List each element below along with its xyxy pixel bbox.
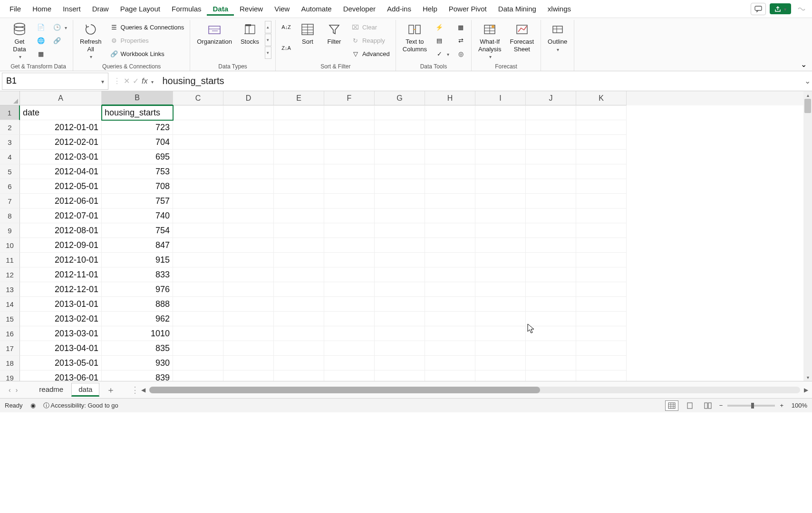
cell-K9[interactable] [576,223,627,238]
menu-page-layout[interactable]: Page Layout [115,2,166,16]
cell-H5[interactable] [425,164,475,179]
scroll-up-icon[interactable]: ▴ [265,21,271,33]
cell-H12[interactable] [425,267,475,282]
cell-B11[interactable]: 915 [102,253,173,267]
cell-K15[interactable] [576,312,627,326]
cell-E1[interactable] [274,105,324,120]
cell-J10[interactable] [526,238,576,253]
cell-C1[interactable] [173,105,223,120]
cell-A18[interactable]: 2013-05-01 [20,356,102,370]
what-if-analysis-button[interactable]: What-If Analysis [475,21,504,61]
cell-K18[interactable] [576,356,627,370]
row-header-15[interactable]: 15 [0,312,20,326]
cell-C8[interactable] [173,209,223,223]
cell-F18[interactable] [324,356,375,370]
row-header-8[interactable]: 8 [0,209,20,223]
cell-D15[interactable] [223,312,274,326]
row-header-16[interactable]: 16 [0,326,20,341]
cell-E13[interactable] [274,282,324,297]
cell-C4[interactable] [173,150,223,164]
row-header-17[interactable]: 17 [0,341,20,356]
zoom-in-button[interactable]: + [780,402,783,409]
column-header-F[interactable]: F [324,91,375,105]
cell-A13[interactable]: 2012-12-01 [20,282,102,297]
column-header-J[interactable]: J [526,91,576,105]
refresh-all-button[interactable]: Refresh All [77,21,105,61]
comments-button[interactable] [751,3,766,15]
cell-A7[interactable]: 2012-06-01 [20,194,102,209]
cell-K4[interactable] [576,150,627,164]
sheet-nav-prev-button[interactable]: ‹ [9,386,11,394]
cell-H17[interactable] [425,341,475,356]
menu-data[interactable]: Data [207,2,234,16]
existing-connections-button[interactable]: 🔗 [50,34,69,47]
cell-C14[interactable] [173,297,223,312]
cell-C3[interactable] [173,135,223,150]
cell-I1[interactable] [475,105,526,120]
cell-I8[interactable] [475,209,526,223]
scroll-left-icon[interactable]: ◀ [141,387,145,393]
row-header-9[interactable]: 9 [0,223,20,238]
cell-F7[interactable] [324,194,375,209]
cell-E14[interactable] [274,297,324,312]
scroll-down-icon[interactable]: ▾ [265,34,271,46]
cell-F12[interactable] [324,267,375,282]
cell-F10[interactable] [324,238,375,253]
cell-K16[interactable] [576,326,627,341]
cell-E12[interactable] [274,267,324,282]
cell-I14[interactable] [475,297,526,312]
cell-E16[interactable] [274,326,324,341]
cell-G18[interactable] [375,356,425,370]
cell-D14[interactable] [223,297,274,312]
row-header-4[interactable]: 4 [0,150,20,164]
cell-D19[interactable] [223,370,274,381]
cell-G6[interactable] [375,179,425,194]
cell-C6[interactable] [173,179,223,194]
sheet-nav-next-button[interactable]: › [16,386,18,394]
cell-D9[interactable] [223,223,274,238]
cell-B19[interactable]: 839 [102,370,173,381]
row-header-12[interactable]: 12 [0,267,20,282]
cell-G11[interactable] [375,253,425,267]
queries-connections-button[interactable]: ☰Queries & Connections [107,21,186,33]
cell-A3[interactable]: 2012-02-01 [20,135,102,150]
cell-F3[interactable] [324,135,375,150]
cell-C12[interactable] [173,267,223,282]
cell-E3[interactable] [274,135,324,150]
cell-G4[interactable] [375,150,425,164]
get-data-button[interactable]: Get Data [8,21,31,61]
cell-A11[interactable]: 2012-10-01 [20,253,102,267]
organization-button[interactable]: Organization [194,21,235,47]
cell-B7[interactable]: 757 [102,194,173,209]
cell-F16[interactable] [324,326,375,341]
cell-H6[interactable] [425,179,475,194]
cell-G3[interactable] [375,135,425,150]
cell-B12[interactable]: 833 [102,267,173,282]
cell-I19[interactable] [475,370,526,381]
relationships-button[interactable]: ⇄ [454,34,467,47]
cell-H18[interactable] [425,356,475,370]
accessibility-status[interactable]: ⓘ Accessibility: Good to go [43,401,118,410]
cell-H9[interactable] [425,223,475,238]
cell-D13[interactable] [223,282,274,297]
cell-D10[interactable] [223,238,274,253]
zoom-out-button[interactable]: − [719,402,723,409]
cell-J4[interactable] [526,150,576,164]
menu-help[interactable]: Help [417,2,443,16]
scroll-down-icon[interactable]: ▾ [803,373,812,381]
menu-addins[interactable]: Add-ins [381,2,417,16]
cell-A5[interactable]: 2012-04-01 [20,164,102,179]
cell-K1[interactable] [576,105,627,120]
cell-C5[interactable] [173,164,223,179]
cell-I18[interactable] [475,356,526,370]
cell-K3[interactable] [576,135,627,150]
formula-input[interactable]: housing_starts [158,76,802,86]
collapse-ribbon-button[interactable]: ⌄ [799,59,808,69]
workbook-links-button[interactable]: 🔗Workbook Links [107,48,186,60]
menu-insert[interactable]: Insert [57,2,87,16]
cell-E2[interactable] [274,120,324,135]
cell-C17[interactable] [173,341,223,356]
cell-E11[interactable] [274,253,324,267]
consolidate-button[interactable]: ▦ [454,21,467,33]
row-header-18[interactable]: 18 [0,356,20,370]
